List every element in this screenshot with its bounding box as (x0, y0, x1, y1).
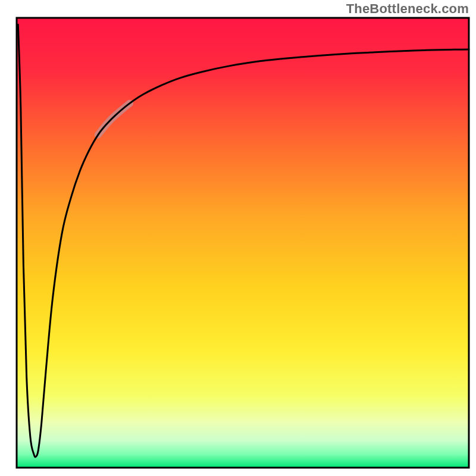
watermark-text: TheBottleneck.com (346, 1, 469, 17)
plot-background (17, 18, 469, 468)
plot-area (17, 18, 469, 468)
chart-container: TheBottleneck.com (0, 0, 476, 476)
chart-svg (0, 0, 476, 476)
